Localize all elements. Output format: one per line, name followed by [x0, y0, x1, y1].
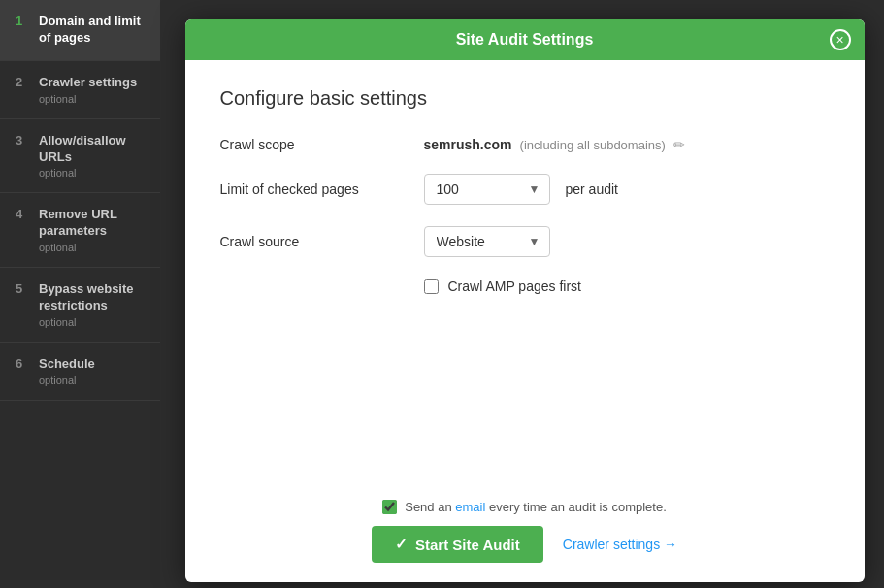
edit-icon[interactable]: ✏ [673, 137, 685, 152]
sidebar-item-optional-5: optional [39, 316, 145, 328]
modal-body: Configure basic settings Crawl scope sem… [185, 60, 865, 486]
sidebar-item-domain[interactable]: 1 Domain and limit of pages [0, 0, 160, 61]
modal-wrapper: Site Audit Settings × Configure basic se… [165, 10, 884, 588]
crawl-amp-row: Crawl AMP pages first [424, 278, 830, 294]
sidebar-item-label-1: Domain and limit of pages [39, 14, 145, 47]
step-number-2: 2 [16, 75, 29, 89]
step-number-4: 4 [16, 207, 29, 221]
email-notification-checkbox[interactable] [382, 500, 397, 514]
modal-title: Site Audit Settings [456, 31, 594, 49]
crawl-source-row: Crawl source Website Sitemap TXT file ▼ [220, 226, 830, 257]
sidebar-item-optional-6: optional [39, 375, 95, 386]
crawl-scope-domain: semrush.com [424, 137, 512, 152]
sidebar-item-optional-2: optional [39, 93, 137, 105]
sidebar-item-bypass[interactable]: 5 Bypass website restrictions optional [0, 268, 160, 343]
sidebar-item-optional-4: optional [39, 242, 145, 253]
crawl-scope-label: Crawl scope [220, 137, 405, 152]
limit-label: Limit of checked pages [220, 181, 405, 197]
limit-select-wrapper: 100 200 500 1000 5000 ▼ per audit [424, 174, 618, 205]
sidebar: 1 Domain and limit of pages 2 Crawler se… [0, 0, 160, 588]
sidebar-item-allow[interactable]: 3 Allow/disallow URLs optional [0, 119, 160, 194]
crawl-source-label: Crawl source [220, 234, 405, 249]
sidebar-item-schedule[interactable]: 6 Schedule optional [0, 343, 160, 401]
email-notification-row: Send an email every time an audit is com… [382, 500, 667, 514]
per-audit-text: per audit [566, 181, 618, 197]
step-number-1: 1 [16, 14, 29, 28]
crawl-amp-label: Crawl AMP pages first [448, 278, 581, 294]
start-site-audit-button[interactable]: ✓ Start Site Audit [372, 526, 543, 563]
sidebar-item-label-2: Crawler settings [39, 75, 137, 91]
sidebar-item-label-4: Remove URL parameters [39, 207, 145, 240]
modal: Site Audit Settings × Configure basic se… [185, 19, 865, 582]
crawl-amp-checkbox[interactable] [424, 279, 439, 294]
email-notification-label: Send an email every time an audit is com… [405, 500, 667, 514]
step-number-6: 6 [16, 356, 29, 371]
email-link[interactable]: email [455, 500, 485, 514]
spacer [220, 294, 830, 486]
step-number-5: 5 [16, 281, 29, 296]
section-title: Configure basic settings [220, 87, 830, 110]
crawl-source-select[interactable]: Website Sitemap TXT file [424, 226, 550, 257]
close-button[interactable]: × [830, 29, 851, 50]
footer-buttons: ✓ Start Site Audit Crawler settings → [372, 526, 677, 563]
sidebar-item-remove-url[interactable]: 4 Remove URL parameters optional [0, 193, 160, 268]
email-text-before: Send an [405, 500, 455, 514]
crawl-scope-row: Crawl scope semrush.com (including all s… [220, 137, 830, 152]
modal-footer: Send an email every time an audit is com… [185, 486, 865, 582]
crawl-source-select-wrapper: Website Sitemap TXT file ▼ [424, 226, 550, 257]
crawl-scope-value: semrush.com (including all subdomains) ✏ [424, 137, 685, 152]
sidebar-item-crawler[interactable]: 2 Crawler settings optional [0, 61, 160, 119]
sidebar-item-label-5: Bypass website restrictions [39, 281, 145, 314]
sidebar-item-label-3: Allow/disallow URLs [39, 133, 145, 166]
start-button-label: Start Site Audit [415, 537, 520, 553]
step-number-3: 3 [16, 133, 29, 147]
crawler-settings-link[interactable]: Crawler settings → [563, 537, 677, 552]
email-text-after: every time an audit is complete. [485, 500, 666, 514]
sidebar-item-label-6: Schedule [39, 356, 95, 373]
limit-row: Limit of checked pages 100 200 500 1000 … [220, 174, 830, 205]
limit-dropdown-wrapper: 100 200 500 1000 5000 ▼ [424, 174, 550, 205]
modal-header: Site Audit Settings × [185, 19, 865, 60]
limit-select[interactable]: 100 200 500 1000 5000 [424, 174, 550, 205]
sidebar-item-optional-3: optional [39, 167, 145, 179]
crawl-scope-subdomain: (including all subdomains) [520, 138, 666, 152]
checkmark-icon: ✓ [395, 536, 408, 553]
